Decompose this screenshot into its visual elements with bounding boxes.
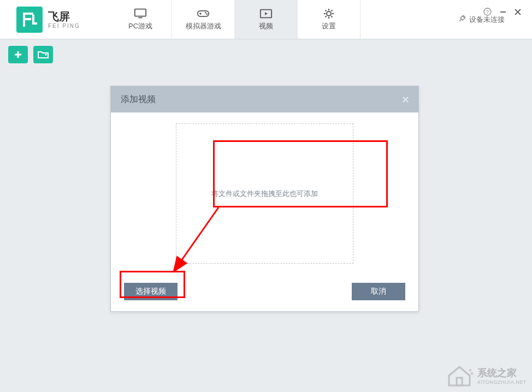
dialog-footer: 选择视频 取消 bbox=[111, 275, 418, 311]
app-name-en: FEI PING bbox=[48, 23, 80, 29]
cancel-button[interactable]: 取消 bbox=[352, 283, 405, 300]
nav-tabs: PC游戏 模拟器游戏 视频 设置 bbox=[109, 0, 360, 39]
svg-rect-22 bbox=[457, 378, 462, 385]
close-icon[interactable]: ✕ bbox=[401, 94, 410, 106]
app-logo-icon bbox=[16, 7, 43, 33]
logo-text: 飞屏 FEI PING bbox=[48, 10, 80, 29]
svg-point-8 bbox=[327, 11, 331, 16]
video-play-icon bbox=[259, 8, 273, 19]
header-right: 设备未连接 bbox=[458, 0, 532, 39]
add-folder-button[interactable] bbox=[33, 46, 53, 63]
logo-area: 飞屏 FEI PING bbox=[0, 0, 109, 39]
watermark-en: XITONGZHIJIA.NET bbox=[477, 379, 527, 385]
add-video-dialog: 添加视频 ✕ 将文件或文件夹拖拽至此也可添加 选择视频 取消 bbox=[110, 86, 419, 312]
tab-label: 视频 bbox=[259, 21, 273, 31]
dialog-title: 添加视频 bbox=[121, 94, 156, 105]
svg-point-23 bbox=[469, 369, 471, 371]
app-header: 飞屏 FEI PING PC游戏 模拟器游戏 视频 设置 bbox=[0, 0, 532, 39]
window-controls: ? bbox=[483, 8, 521, 17]
house-icon bbox=[446, 364, 473, 388]
dialog-body: 将文件或文件夹拖拽至此也可添加 bbox=[111, 112, 418, 275]
tab-pc-games[interactable]: PC游戏 bbox=[109, 0, 172, 39]
plug-icon bbox=[458, 14, 466, 25]
tab-video[interactable]: 视频 bbox=[235, 0, 298, 39]
gamepad-icon bbox=[197, 8, 210, 19]
watermark: 系统之家 XITONGZHIJIA.NET bbox=[446, 364, 527, 388]
svg-rect-1 bbox=[138, 17, 142, 18]
app-name-cn: 飞屏 bbox=[48, 10, 80, 23]
select-video-button[interactable]: 选择视频 bbox=[124, 283, 178, 300]
minimize-button[interactable] bbox=[499, 8, 507, 17]
help-icon[interactable]: ? bbox=[483, 8, 492, 17]
watermark-cn: 系统之家 bbox=[477, 366, 527, 379]
close-button[interactable] bbox=[515, 8, 521, 16]
monitor-icon bbox=[134, 8, 147, 19]
tab-emulator-games[interactable]: 模拟器游戏 bbox=[172, 0, 235, 39]
svg-point-24 bbox=[471, 372, 473, 375]
tab-settings[interactable]: 设置 bbox=[298, 0, 360, 39]
toolbar bbox=[0, 39, 532, 70]
svg-text:?: ? bbox=[486, 9, 489, 15]
tab-label: 模拟器游戏 bbox=[186, 21, 221, 31]
svg-rect-0 bbox=[135, 9, 146, 16]
tab-label: PC游戏 bbox=[128, 21, 152, 31]
drop-hint-text: 将文件或文件夹拖拽至此也可添加 bbox=[211, 189, 318, 199]
svg-point-5 bbox=[205, 12, 206, 14]
gear-icon bbox=[322, 8, 335, 19]
tab-label: 设置 bbox=[322, 21, 336, 31]
watermark-text: 系统之家 XITONGZHIJIA.NET bbox=[477, 366, 527, 385]
dialog-header: 添加视频 ✕ bbox=[111, 86, 418, 112]
drop-zone[interactable]: 将文件或文件夹拖拽至此也可添加 bbox=[176, 123, 353, 264]
add-button[interactable] bbox=[8, 46, 28, 63]
svg-point-6 bbox=[206, 13, 208, 15]
